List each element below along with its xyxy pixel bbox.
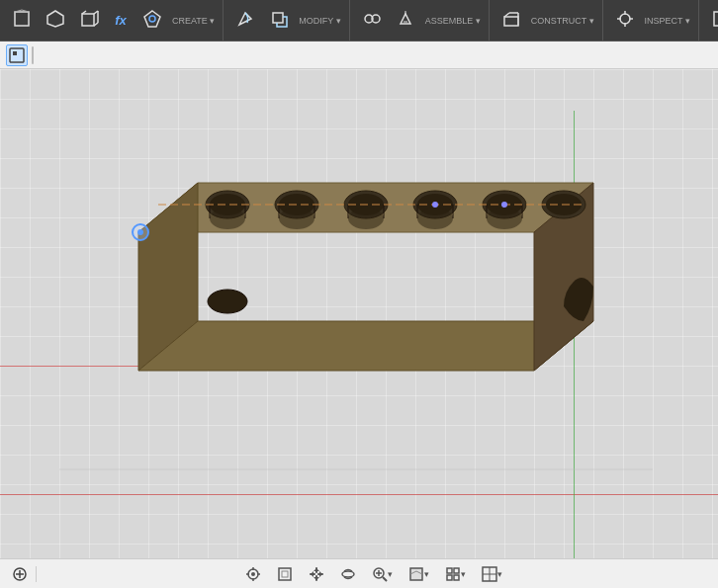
zoom-arrow: ▾ [388,569,393,579]
modify-icon-2[interactable] [263,7,295,34]
toolbar-icon-2[interactable] [40,7,71,34]
svg-rect-82 [410,568,422,580]
svg-point-61 [432,202,438,208]
svg-marker-31 [138,321,593,371]
svg-marker-3 [47,11,63,27]
3d-block [45,124,668,548]
svg-point-74 [251,572,255,576]
toolbar-group-create: fx CREATE ▾ [0,0,224,41]
toolbar-group-inspect: INSPECT ▾ [603,0,699,41]
grid-arrow: ▾ [461,569,466,579]
modify-icon-1[interactable] [229,7,261,34]
assemble-label[interactable]: ASSEMBLE ▾ [423,16,483,26]
svg-rect-0 [15,12,29,26]
svg-rect-10 [273,13,283,23]
svg-point-45 [348,208,384,229]
origin-button[interactable] [240,564,266,584]
insert-icon-1[interactable] [705,7,718,34]
svg-point-9 [149,16,155,22]
svg-point-55 [487,208,522,229]
bottom-left-controls [8,565,37,583]
svg-rect-86 [454,575,459,580]
add-button[interactable] [8,565,32,583]
toolbar-icon-5[interactable] [136,7,168,34]
svg-rect-23 [714,12,718,26]
svg-rect-85 [447,575,452,580]
main-toolbar: fx CREATE ▾ MODIFY ▾ [0,0,718,42]
svg-rect-75 [279,568,291,580]
svg-line-79 [383,577,387,581]
toolbar-group-construct: CONSTRUCT ▾ [490,0,603,41]
assemble-icon-2[interactable] [390,7,421,34]
svg-point-65 [137,229,143,235]
svg-point-62 [501,202,507,208]
svg-rect-13 [504,17,518,26]
sub-btn-separator [32,46,34,64]
svg-point-50 [417,208,453,229]
toolbar-icon-fx[interactable]: fx [107,12,135,29]
svg-rect-27 [13,51,17,55]
svg-rect-4 [82,14,94,26]
svg-point-77 [342,571,354,577]
modify-label[interactable]: MODIFY ▾ [297,16,342,26]
svg-point-40 [279,208,314,229]
inspect-icon-1[interactable] [609,7,641,34]
bottom-center-controls: ▾ ▾ ▾ ▾ [240,564,507,584]
viewport-arrow: ▾ [497,569,502,579]
toolbar-group-modify: MODIFY ▾ [224,0,349,41]
separator [36,566,37,582]
display-style-button[interactable]: ▾ [404,564,434,584]
toolbar-group-insert: INSERT ▾ [699,0,718,41]
sub-btn-display[interactable] [6,44,28,66]
svg-rect-76 [282,571,288,577]
inspect-label[interactable]: INSPECT ▾ [643,16,692,26]
svg-point-63 [208,290,247,313]
construct-label[interactable]: CONSTRUCT ▾ [529,16,596,26]
viewport-button[interactable]: ▾ [477,564,507,584]
zoom-button[interactable]: ▾ [367,564,398,584]
bottom-toolbar: ▾ ▾ ▾ ▾ [0,558,718,588]
frame-button[interactable] [272,564,298,584]
toolbar-icon-1[interactable] [6,7,38,34]
svg-point-35 [210,208,245,229]
svg-rect-84 [454,568,459,573]
svg-rect-83 [447,568,452,573]
toolbar-icon-3[interactable] [73,7,105,34]
grid-button[interactable]: ▾ [440,564,471,584]
toolbar-group-assemble: ASSEMBLE ▾ [350,0,490,41]
viewport[interactable]: ▾ ▾ ▾ ▾ [0,69,718,588]
sub-toolbar [0,42,718,69]
assemble-icon-1[interactable] [356,7,388,34]
construct-icon-1[interactable] [495,7,527,34]
orbit-button[interactable] [335,564,361,584]
svg-point-22 [620,14,630,24]
display-arrow: ▾ [424,569,429,579]
create-label[interactable]: CREATE ▾ [170,16,217,26]
pan-button[interactable] [304,564,329,584]
